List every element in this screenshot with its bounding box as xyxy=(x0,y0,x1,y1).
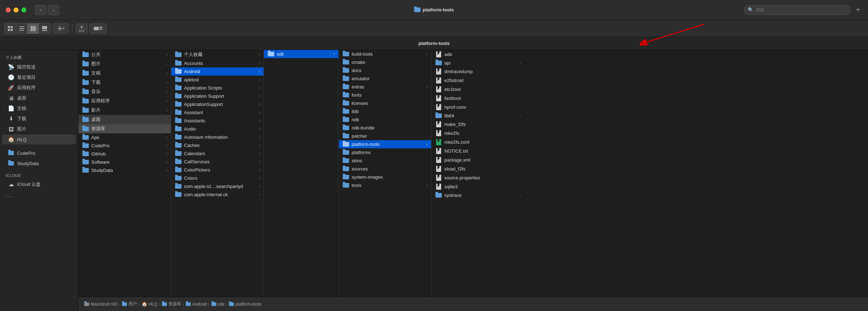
view-column-btn[interactable] xyxy=(27,24,39,34)
list-item[interactable]: Assistant › xyxy=(171,108,264,117)
list-item-systrace[interactable]: systrace › xyxy=(432,191,524,199)
minimize-button[interactable] xyxy=(14,7,19,12)
list-item[interactable]: 资源库 › xyxy=(78,124,171,133)
list-item[interactable]: emulator xyxy=(339,75,431,83)
list-item[interactable]: Autosave Information › xyxy=(171,133,264,141)
list-item[interactable]: CodePro › xyxy=(78,142,171,150)
list-item[interactable]: etc1tool xyxy=(432,85,524,94)
list-item[interactable]: Calendars › xyxy=(171,149,264,158)
list-item[interactable]: 个人收藏 › xyxy=(171,50,264,59)
list-item[interactable]: source.properties xyxy=(432,173,524,182)
list-item[interactable]: fonts xyxy=(339,91,431,99)
sidebar-item-apps[interactable]: 🚀 应用程序 xyxy=(2,83,76,93)
list-item[interactable]: extras › xyxy=(339,83,431,91)
list-item[interactable]: 图片 › xyxy=(78,59,171,68)
list-item[interactable]: licenses xyxy=(339,99,431,107)
list-item[interactable]: package.xml xyxy=(432,156,524,164)
list-item[interactable]: mke2fs.conf xyxy=(432,138,524,147)
view-icon-btn[interactable] xyxy=(5,24,16,34)
list-item[interactable]: Colors › xyxy=(171,174,264,182)
list-item[interactable]: com.apple.icl....searchpartyd › xyxy=(171,182,264,190)
list-item[interactable]: sqlite3 xyxy=(432,182,524,191)
sidebar-item-downloads[interactable]: ⬇ 下载 xyxy=(2,114,76,124)
list-item[interactable]: CallServices › xyxy=(171,158,264,166)
fullscreen-button[interactable] xyxy=(21,7,26,12)
list-item[interactable]: build-tools › xyxy=(339,50,431,58)
list-item[interactable]: lldb xyxy=(339,107,431,116)
list-item[interactable]: com.apple.internal.ck › xyxy=(171,190,264,199)
list-item[interactable]: 公共 › xyxy=(78,50,171,59)
list-item[interactable]: Software › xyxy=(78,158,171,166)
list-item[interactable]: skins xyxy=(339,157,431,165)
list-item[interactable]: StudyData › xyxy=(78,166,171,174)
sidebar-item-documents[interactable]: 📄 文稿 xyxy=(2,103,76,113)
search-box[interactable]: 🔍 xyxy=(744,5,851,15)
list-item[interactable]: NOTICE.txt xyxy=(432,147,524,156)
list-item[interactable]: sload_f2fs xyxy=(432,164,524,173)
list-item[interactable]: 音乐 › xyxy=(78,87,171,96)
list-item[interactable]: dmtracedump xyxy=(432,67,524,76)
sidebar-item-recent[interactable]: 🕐 最近项目 xyxy=(2,72,76,82)
list-item[interactable]: make_f2fs xyxy=(432,120,524,129)
item-name: CodePro xyxy=(91,143,164,148)
sidebar-item-pictures[interactable]: 🖼 图片 xyxy=(2,124,76,134)
list-item[interactable]: sources xyxy=(339,165,431,173)
settings-dropdown-btn[interactable]: ▾ xyxy=(53,24,68,34)
breadcrumb-sep: › xyxy=(119,301,121,307)
view-list-btn[interactable] xyxy=(16,24,27,34)
list-item-application-support[interactable]: Application Support › xyxy=(171,92,264,100)
folder-icon xyxy=(343,183,349,188)
list-item[interactable]: patcher xyxy=(339,132,431,140)
list-item[interactable]: docs xyxy=(339,66,431,75)
list-item[interactable]: Application Scripts › xyxy=(171,84,264,92)
list-item-platforms[interactable]: platforms xyxy=(339,148,431,157)
list-item[interactable]: ndk-bundle xyxy=(339,124,431,132)
list-item[interactable]: apktool › xyxy=(171,76,264,84)
sidebar-item-icloud[interactable]: ☁ iCloud 云盘 xyxy=(2,179,76,189)
folder-icon xyxy=(175,110,182,115)
list-item-adb[interactable]: adb xyxy=(432,50,524,59)
forward-button[interactable]: › xyxy=(48,5,59,15)
list-item[interactable]: 应用程序 › xyxy=(78,96,171,106)
sidebar-item-codepro[interactable]: CodePro xyxy=(2,148,76,158)
list-item[interactable]: ColorPickers › xyxy=(171,166,264,174)
sidebar-item-airdrop[interactable]: 📡 隔空投送 xyxy=(2,62,76,72)
back-button[interactable]: ‹ xyxy=(35,5,46,15)
list-item[interactable]: GitHub › xyxy=(78,150,171,158)
list-item[interactable]: Caches › xyxy=(171,141,264,149)
list-item-sdk[interactable]: sdk › xyxy=(264,50,338,58)
list-item[interactable]: hprof-conv xyxy=(432,103,524,112)
list-item[interactable]: lib64 › xyxy=(432,112,524,120)
list-item[interactable]: Audio › xyxy=(171,125,264,133)
list-item[interactable]: system-images xyxy=(339,173,431,181)
list-item[interactable]: tools › xyxy=(339,181,431,189)
list-item[interactable]: e2fsdroid xyxy=(432,76,524,85)
list-item[interactable]: Assistants › xyxy=(171,117,264,125)
list-item[interactable]: Apk › xyxy=(78,133,171,142)
list-item[interactable]: 文稿 › xyxy=(78,68,171,78)
list-item[interactable]: fastboot xyxy=(432,94,524,103)
close-button[interactable] xyxy=(6,7,11,12)
view-gallery-btn[interactable] xyxy=(39,24,50,34)
list-item[interactable]: 下载 › xyxy=(78,78,171,87)
folder-icon-wrap xyxy=(175,159,182,164)
add-button[interactable]: + xyxy=(854,6,862,14)
share-button[interactable] xyxy=(76,24,87,34)
list-item-platform-tools[interactable]: platform-tools › xyxy=(339,140,431,148)
list-item[interactable]: cmake xyxy=(339,58,431,66)
list-item[interactable]: api › xyxy=(432,59,524,67)
preview-btn[interactable] xyxy=(90,24,107,34)
list-item[interactable]: Accounts › xyxy=(171,59,264,67)
chevron-icon: › xyxy=(166,144,167,148)
list-item-android[interactable]: Android › xyxy=(171,67,264,76)
search-input[interactable] xyxy=(756,7,847,12)
list-item[interactable]: ApplicationSupport › xyxy=(171,100,264,108)
file-icon-wrap xyxy=(435,104,442,110)
list-item[interactable]: ndk xyxy=(339,116,431,124)
sidebar-item-studydata[interactable]: StudyData xyxy=(2,158,76,168)
list-item[interactable]: mke2fs xyxy=(432,129,524,138)
list-item[interactable]: 影片 › xyxy=(78,106,171,115)
sidebar-item-hlq[interactable]: 🏠 HLQ xyxy=(2,134,76,144)
list-item[interactable]: 桌面 › xyxy=(78,115,171,124)
sidebar-item-desktop[interactable]: 🖥 桌面 xyxy=(2,93,76,103)
